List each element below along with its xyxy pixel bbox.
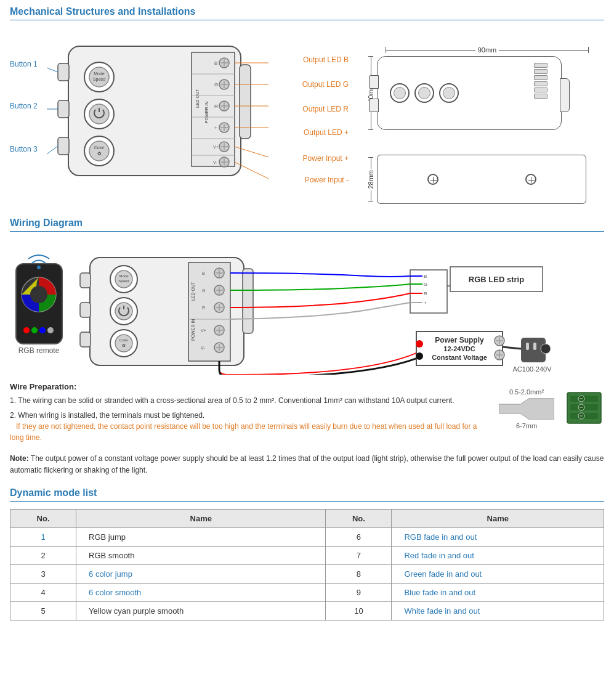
- svg-text:AC100-240V: AC100-240V: [513, 365, 552, 373]
- wire-prep-section: Wire Preparation: 1. The wiring can be s…: [10, 382, 604, 447]
- top-view-box: [377, 56, 562, 130]
- svg-point-10: [89, 104, 109, 124]
- mode-no-left: 4: [10, 584, 76, 602]
- mechanical-section: Mechanical Structures and Installations …: [10, 6, 604, 206]
- svg-text:Color: Color: [94, 145, 105, 150]
- svg-text:B: B: [424, 274, 427, 279]
- svg-text:V-: V-: [201, 346, 205, 350]
- mode-name-left: RGB smooth: [76, 547, 326, 565]
- mechanical-content: Button 1 Button 2 Button 3 Output LED B …: [10, 28, 604, 206]
- terminal-connector-svg: [564, 389, 604, 426]
- table-row: 2RGB smooth7Red fade in and out: [10, 547, 604, 565]
- svg-text:V-: V-: [213, 160, 217, 165]
- wire-prep-title: Wire Preparation:: [10, 382, 480, 391]
- svg-text:B: B: [202, 271, 205, 275]
- svg-point-120: [416, 352, 423, 360]
- device-diagram: Button 1 Button 2 Button 3 Output LED B …: [10, 28, 355, 206]
- svg-point-130: [541, 344, 551, 354]
- mode-name-right: Red fade in and out: [392, 547, 604, 565]
- svg-text:Mode: Mode: [119, 274, 129, 278]
- mode-name-right: White fade in and out: [392, 602, 604, 621]
- mode-no-right: 6: [326, 528, 392, 547]
- svg-point-63: [37, 266, 41, 269]
- svg-text:+: +: [214, 125, 217, 131]
- svg-text:G: G: [214, 82, 218, 88]
- svg-rect-66: [80, 303, 91, 317]
- wire-size-label: 0.5-2.0mm²: [509, 388, 544, 396]
- svg-text:B: B: [214, 60, 217, 66]
- header-no2: No.: [326, 510, 392, 528]
- mode-name-right: RGB fade in and out: [392, 528, 604, 547]
- wiring-title: Wiring Diagram: [10, 218, 604, 232]
- svg-text:✿: ✿: [122, 343, 126, 348]
- mode-name-left: Yellow cyan purple smooth: [76, 602, 326, 621]
- wiring-svg: RGB remote Mode Speed Color ✿: [10, 239, 613, 375]
- svg-line-53: [47, 68, 58, 72]
- wire-length-label: 6-7mm: [516, 422, 537, 429]
- dim-90mm: 90mm: [475, 46, 499, 54]
- svg-point-60: [31, 327, 38, 333]
- table-row: 36 color jump8Green fade in and out: [10, 565, 604, 584]
- svg-rect-3: [58, 137, 69, 155]
- svg-text:Mode: Mode: [94, 71, 105, 76]
- svg-text:G: G: [424, 282, 427, 287]
- header-no1: No.: [10, 510, 76, 528]
- table-row: 1RGB jump6RGB fade in and out: [10, 528, 604, 547]
- mode-name-left: 6 color jump: [76, 565, 326, 584]
- svg-point-59: [23, 327, 30, 333]
- dynamic-section: Dynamic mode list No. Name No. Name 1RGB…: [10, 487, 604, 621]
- wire-prep-item-2: 2. When wiring is installed, the termina…: [10, 410, 480, 443]
- table-row: 5Yellow cyan purple smooth10White fade i…: [10, 602, 604, 621]
- mount-hole-2: [525, 174, 536, 185]
- mode-no-left: 3: [10, 565, 76, 584]
- mount-hole-1: [427, 174, 438, 185]
- svg-point-119: [416, 340, 423, 348]
- svg-text:R: R: [202, 306, 205, 310]
- wire-prep-item-1: 1. The wiring can be solid or stranded w…: [10, 395, 480, 406]
- bottom-view-box: [377, 155, 586, 204]
- svg-text:V+: V+: [213, 145, 219, 149]
- mode-no-right: 10: [326, 602, 392, 621]
- mode-table-body: 1RGB jump6RGB fade in and out2RGB smooth…: [10, 528, 604, 621]
- wire-shape-svg: [499, 398, 554, 420]
- svg-point-58: [30, 286, 47, 303]
- svg-text:Speed: Speed: [93, 77, 105, 82]
- mechanical-title: Mechanical Structures and Installations: [10, 6, 604, 20]
- bottom-view-wrapper: 28mm: [367, 155, 589, 204]
- mode-no-left: 5: [10, 602, 76, 621]
- mode-no-right: 8: [326, 565, 392, 584]
- table-row: 46 color smooth9Blue fade in and out: [10, 584, 604, 602]
- svg-rect-65: [80, 273, 91, 288]
- top-view-box-wrapper: 40mm: [367, 56, 589, 130]
- note-label: Note:: [10, 454, 29, 463]
- mode-no-left: 1: [10, 528, 76, 547]
- svg-rect-1: [58, 63, 69, 81]
- dynamic-title: Dynamic mode list: [10, 487, 604, 502]
- header-name1: Name: [76, 510, 326, 528]
- mode-no-right: 7: [326, 547, 392, 565]
- svg-text:POWER IN: POWER IN: [191, 319, 195, 341]
- mode-name-left: RGB jump: [76, 528, 326, 547]
- svg-marker-133: [499, 398, 554, 420]
- svg-text:R: R: [424, 291, 427, 296]
- svg-point-62: [47, 327, 54, 333]
- wire-size-diagram: 0.5-2.0mm² 6-7mm: [499, 388, 554, 429]
- svg-line-55: [47, 146, 58, 154]
- svg-text:Color: Color: [119, 338, 128, 342]
- svg-rect-68: [243, 269, 253, 333]
- mode-name-right: Blue fade in and out: [392, 584, 604, 602]
- svg-text:LED OUT: LED OUT: [195, 89, 200, 108]
- svg-rect-67: [80, 332, 91, 347]
- mode-name-right: Green fade in and out: [392, 565, 604, 584]
- svg-text:LED OUT: LED OUT: [191, 282, 195, 301]
- svg-line-131: [503, 347, 521, 349]
- top-view-diagram: 90mm 40mm: [367, 46, 589, 130]
- svg-text:Speed: Speed: [118, 279, 129, 283]
- svg-point-74: [115, 303, 132, 320]
- svg-rect-129: [533, 343, 536, 350]
- dimension-diagrams: 90mm 40mm: [367, 28, 589, 204]
- wiring-section: Wiring Diagram RGB remote: [10, 218, 604, 476]
- svg-text:+: +: [424, 300, 427, 306]
- svg-text:V+: V+: [201, 328, 206, 333]
- table-header-row: No. Name No. Name: [10, 510, 604, 528]
